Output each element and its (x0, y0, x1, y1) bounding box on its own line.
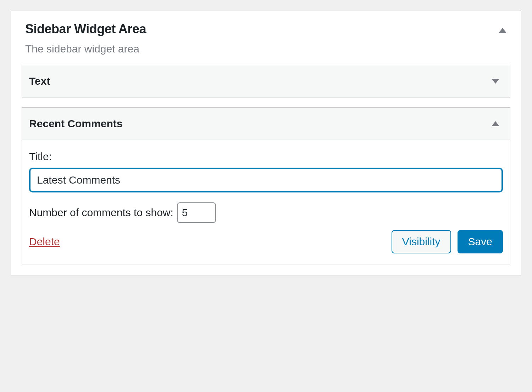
widget-area-header[interactable]: Sidebar Widget Area The sidebar widget a… (11, 11, 521, 65)
widget-text: Text (22, 65, 510, 97)
collapse-icon[interactable] (498, 28, 507, 33)
save-button[interactable]: Save (458, 230, 503, 253)
title-label: Title: (29, 151, 503, 163)
collapse-icon[interactable] (492, 121, 499, 126)
widget-area-title: Sidebar Widget Area (25, 22, 498, 37)
widget-recent-comments-header[interactable]: Recent Comments (22, 108, 510, 140)
widget-list: Text Recent Comments Title: Number of co… (11, 65, 521, 275)
widget-text-title: Text (29, 75, 50, 87)
widget-text-header[interactable]: Text (22, 65, 510, 97)
visibility-button[interactable]: Visibility (392, 230, 451, 253)
count-label: Number of comments to show: (29, 207, 173, 219)
widget-recent-comments-title: Recent Comments (29, 118, 122, 130)
expand-icon[interactable] (492, 79, 499, 84)
title-input[interactable] (29, 168, 503, 192)
count-input[interactable] (177, 202, 216, 223)
widget-area-panel: Sidebar Widget Area The sidebar widget a… (11, 11, 521, 275)
widget-recent-comments-body: Title: Number of comments to show: Delet… (22, 140, 510, 264)
action-buttons: Visibility Save (392, 230, 503, 253)
widget-area-header-text: Sidebar Widget Area The sidebar widget a… (25, 22, 498, 55)
count-field-row: Number of comments to show: (29, 202, 503, 223)
delete-link[interactable]: Delete (29, 236, 60, 248)
title-field-row: Title: (29, 151, 503, 192)
widget-area-description: The sidebar widget area (25, 43, 498, 55)
widget-actions: Delete Visibility Save (29, 230, 503, 253)
widget-recent-comments: Recent Comments Title: Number of comment… (22, 107, 510, 264)
